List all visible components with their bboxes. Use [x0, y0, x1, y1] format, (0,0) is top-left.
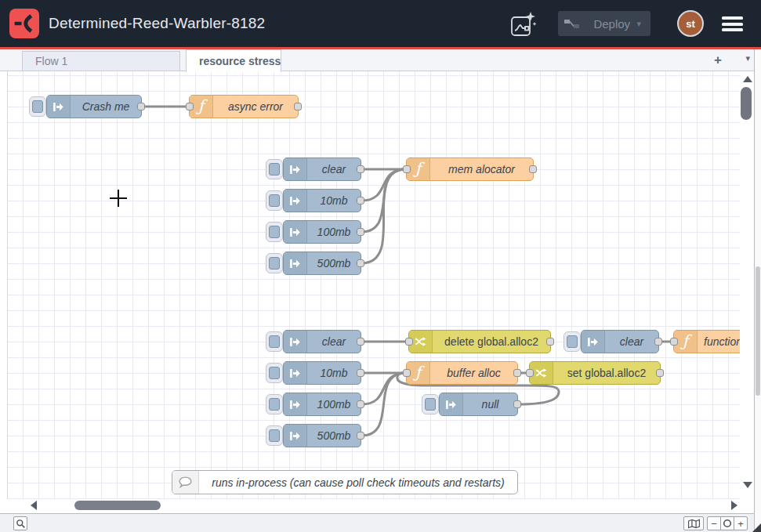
deploy-options-caret-icon[interactable]: ▾ — [636, 19, 641, 29]
node-inject-500mb-1[interactable]: 500mb — [283, 252, 361, 275]
output-port[interactable] — [513, 400, 521, 408]
node-label: 500mb — [307, 252, 361, 274]
node-inject-500mb-2[interactable]: 500mb — [283, 424, 361, 447]
output-port[interactable] — [654, 338, 662, 346]
output-port[interactable] — [357, 338, 364, 346]
output-port[interactable] — [357, 432, 364, 440]
node-label: clear — [307, 331, 361, 353]
add-flow-button[interactable]: + — [709, 52, 727, 69]
node-label: 500mb — [307, 425, 361, 447]
inject-trigger-button[interactable] — [266, 190, 283, 211]
node-label: 10mb — [307, 362, 361, 384]
node-inject-null[interactable]: null — [439, 393, 518, 416]
inject-trigger-button[interactable] — [266, 222, 283, 242]
horizontal-scroll-thumb[interactable] — [74, 501, 161, 510]
node-label: set global.alloc2 — [553, 362, 660, 384]
node-inject-clear-2[interactable]: clear — [283, 330, 361, 353]
output-port[interactable] — [294, 103, 302, 110]
node-inject-100mb-2[interactable]: 100mb — [283, 393, 361, 416]
deploy-label: Deploy — [587, 17, 636, 31]
node-label: 100mb — [307, 221, 361, 243]
inject-trigger-button[interactable] — [266, 331, 283, 352]
input-port[interactable] — [186, 103, 194, 110]
comment-icon — [172, 471, 199, 494]
window-scroll-thumb[interactable] — [756, 266, 760, 396]
node-label: clear — [307, 158, 361, 180]
flowfuse-logo[interactable] — [9, 9, 39, 38]
output-port[interactable] — [357, 369, 364, 377]
inject-trigger-button[interactable] — [266, 159, 283, 179]
scroll-left-icon[interactable] — [31, 501, 37, 510]
scroll-right-icon[interactable] — [731, 501, 737, 510]
main-menu-icon[interactable] — [722, 16, 743, 31]
node-change-set-global-alloc2[interactable]: set global.alloc2 — [529, 361, 661, 385]
zoom-reset-icon — [723, 519, 732, 528]
node-label: 10mb — [307, 190, 361, 212]
node-red-editor: Determined-Reed-Warbler-8182 Deploy ▾ st… — [0, 0, 761, 532]
output-port[interactable] — [357, 197, 364, 204]
node-label: buffer alloc — [430, 362, 517, 384]
node-function-buffer-alloc[interactable]: ƒbuffer alloc — [406, 361, 518, 385]
navigator-map-button[interactable] — [683, 516, 704, 530]
deploy-button[interactable]: Deploy ▾ — [558, 11, 650, 36]
node-comment-comment-1[interactable]: runs in-process (can cause poll check ti… — [172, 470, 518, 494]
ai-assistant-icon[interactable] — [508, 9, 538, 39]
output-port[interactable] — [137, 103, 145, 110]
input-port[interactable] — [403, 369, 411, 377]
node-inject-clear-3[interactable]: clear — [581, 330, 659, 353]
output-port[interactable] — [357, 259, 364, 267]
output-port[interactable] — [357, 165, 364, 173]
output-port[interactable] — [513, 369, 521, 377]
output-port[interactable] — [529, 165, 537, 173]
output-port[interactable] — [656, 369, 664, 377]
inject-trigger-button[interactable] — [266, 253, 283, 273]
vertical-scroll-thumb[interactable] — [741, 87, 752, 120]
node-function-mem-alocator[interactable]: ƒmem alocator — [406, 157, 534, 181]
inject-trigger-button[interactable] — [564, 331, 581, 352]
node-label: runs in-process (can cause poll check ti… — [199, 471, 517, 494]
deploy-nodes-icon — [564, 18, 580, 30]
inject-trigger-button[interactable] — [266, 425, 283, 446]
flow-canvas[interactable]: Crash meƒasync errorclear10mb100mb500mbƒ… — [7, 71, 742, 499]
tab-resource-stress[interactable]: resource stress — [186, 49, 281, 72]
inject-trigger-button[interactable] — [422, 394, 439, 414]
scroll-up-icon[interactable] — [743, 76, 752, 82]
inject-trigger-button[interactable] — [29, 96, 46, 117]
user-avatar[interactable]: st — [677, 10, 704, 37]
node-inject-10mb-1[interactable]: 10mb — [283, 189, 361, 212]
input-port[interactable] — [405, 338, 413, 346]
input-port[interactable] — [403, 165, 411, 173]
inject-trigger-button[interactable] — [266, 363, 283, 383]
node-inject-100mb-1[interactable]: 100mb — [283, 220, 361, 244]
tab-flow-1[interactable]: Flow 1 — [22, 51, 180, 71]
node-function-async-error[interactable]: ƒasync error — [189, 95, 299, 118]
inject-arrow-icon — [284, 221, 307, 243]
search-button[interactable] — [13, 516, 27, 530]
zoom-in-button[interactable]: + — [734, 516, 748, 530]
zoom-reset-button[interactable] — [720, 516, 734, 530]
output-port[interactable] — [546, 338, 554, 346]
node-label: 100mb — [307, 393, 361, 415]
node-inject-clear-1[interactable]: clear — [283, 157, 361, 181]
node-inject-10mb-2[interactable]: 10mb — [283, 361, 361, 385]
node-inject-crash-me[interactable]: Crash me — [46, 95, 142, 118]
output-port[interactable] — [357, 400, 364, 408]
inject-arrow-icon — [284, 190, 307, 212]
node-function-function[interactable]: ƒfunction — [673, 330, 742, 353]
inject-arrow-icon — [284, 331, 307, 353]
vertical-scrollbar[interactable] — [740, 71, 754, 499]
window-scrollbar[interactable] — [754, 49, 761, 532]
resize-grip[interactable] — [752, 523, 761, 532]
node-change-delete-global-alloc2[interactable]: delete global.alloc2 — [408, 330, 551, 353]
flow-list-caret-icon[interactable]: ▾ — [745, 53, 750, 63]
output-port[interactable] — [357, 228, 364, 236]
zoom-out-button[interactable]: − — [707, 516, 721, 530]
inject-trigger-button[interactable] — [266, 394, 283, 414]
node-label: delete global.alloc2 — [433, 331, 550, 353]
horizontal-scrollbar[interactable] — [7, 499, 742, 513]
scroll-down-icon[interactable] — [743, 482, 752, 488]
input-port[interactable] — [670, 338, 678, 346]
input-port[interactable] — [526, 369, 534, 377]
workspace-tabbar: Flow 1 resource stress + ▾ — [0, 49, 761, 71]
inject-arrow-icon — [284, 425, 307, 447]
